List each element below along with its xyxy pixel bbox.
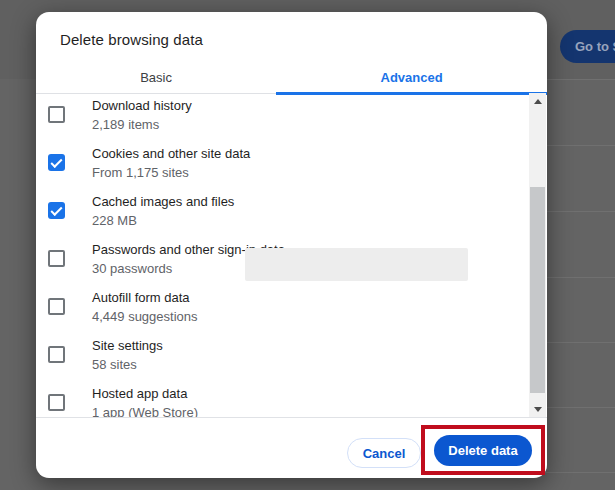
cancel-button[interactable]: Cancel — [347, 438, 421, 468]
list-item-cached-images[interactable]: Cached images and files 228 MB — [36, 189, 529, 237]
highlight-box: Delete data — [421, 425, 545, 475]
item-label: Download history — [92, 96, 192, 115]
item-detail: 228 MB — [92, 211, 234, 230]
checkbox-download-history[interactable] — [48, 106, 65, 123]
checkbox-passwords[interactable] — [48, 250, 65, 267]
tab-advanced[interactable]: Advanced — [276, 62, 547, 93]
delete-data-button[interactable]: Delete data — [434, 435, 532, 466]
list-item-site-settings[interactable]: Site settings 58 sites — [36, 333, 529, 381]
list-item-cookies[interactable]: Cookies and other site data From 1,175 s… — [36, 141, 529, 189]
item-detail: 1 app (Web Store) — [92, 403, 198, 417]
list-item-autofill[interactable]: Autofill form data 4,449 suggestions — [36, 285, 529, 333]
scroll-up-icon — [534, 95, 542, 104]
checkbox-site-settings[interactable] — [48, 346, 65, 363]
item-detail: 58 sites — [92, 355, 163, 374]
scroll-up-button[interactable] — [529, 93, 546, 109]
item-label: Autofill form data — [92, 288, 198, 307]
item-label: Hosted app data — [92, 384, 198, 403]
checkbox-cookies[interactable] — [48, 154, 65, 171]
go-to-settings-button[interactable]: Go to S — [560, 30, 615, 63]
list-item-download-history[interactable]: Download history 2,189 items — [36, 93, 529, 141]
item-label: Site settings — [92, 336, 163, 355]
footer-divider — [36, 417, 547, 418]
list-item-hosted-app-data[interactable]: Hosted app data 1 app (Web Store) — [36, 381, 529, 417]
scroll-down-icon — [534, 407, 542, 416]
checkmark-icon — [50, 155, 62, 167]
scroll-down-button[interactable] — [529, 401, 546, 417]
tab-bar: Basic Advanced — [36, 62, 547, 94]
scrollbar-thumb[interactable] — [530, 187, 545, 393]
redacted-area — [245, 248, 468, 281]
checkbox-cached-images[interactable] — [48, 202, 65, 219]
dialog-title: Delete browsing data — [60, 31, 203, 48]
checkbox-hosted-app-data[interactable] — [48, 394, 65, 411]
item-detail: From 1,175 sites — [92, 163, 250, 182]
item-label: Cached images and files — [92, 192, 234, 211]
item-label: Cookies and other site data — [92, 144, 250, 163]
item-detail: 2,189 items — [92, 115, 192, 134]
tab-basic[interactable]: Basic — [36, 62, 276, 93]
checkbox-autofill[interactable] — [48, 298, 65, 315]
scrollbar[interactable] — [529, 93, 546, 417]
item-detail: 4,449 suggestions — [92, 307, 198, 326]
checkmark-icon — [50, 203, 62, 215]
delete-browsing-data-dialog: Delete browsing data Basic Advanced Down… — [36, 12, 547, 478]
